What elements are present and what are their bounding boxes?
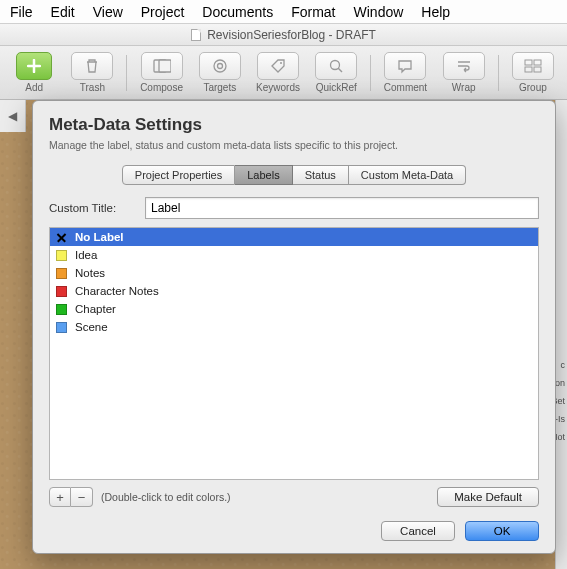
toolbar-group: Group [505, 52, 561, 93]
toolbar-label: Add [25, 82, 43, 93]
ok-button[interactable]: OK [465, 521, 539, 541]
menu-view[interactable]: View [93, 4, 123, 20]
menubar: FileEditViewProjectDocumentsFormatWindow… [0, 0, 567, 24]
labels-list[interactable]: No LabelIdeaNotesCharacter NotesChapterS… [49, 227, 539, 480]
menu-window[interactable]: Window [354, 4, 404, 20]
wrap-button[interactable] [443, 52, 485, 80]
toolbar-comment: Comment [377, 52, 433, 93]
window-title: RevisionSeriesforBlog - DRAFT [207, 28, 376, 42]
group-icon [524, 58, 542, 74]
svg-point-4 [280, 62, 282, 64]
plus-icon [27, 59, 41, 73]
wrap-icon [456, 58, 472, 74]
inspector-text: on [555, 378, 565, 388]
compose-button[interactable] [141, 52, 183, 80]
toolbar-separator [126, 55, 127, 91]
svg-rect-7 [534, 60, 541, 65]
quickref-button[interactable] [315, 52, 357, 80]
keywords-button[interactable] [257, 52, 299, 80]
svg-point-2 [214, 60, 226, 72]
targets-button[interactable] [199, 52, 241, 80]
toolbar-label: Group [519, 82, 547, 93]
toolbar-label: QuickRef [316, 82, 357, 93]
keywords-icon [270, 58, 286, 74]
document-icon [191, 29, 201, 41]
label-name: Character Notes [75, 285, 159, 297]
label-name: No Label [75, 231, 124, 243]
color-swatch [56, 304, 67, 315]
tab-project-properties[interactable]: Project Properties [122, 165, 235, 185]
toolbar-label: Compose [140, 82, 183, 93]
color-swatch [56, 250, 67, 261]
inspector-peek: conBet-IsNot [555, 100, 567, 569]
quickref-icon [328, 58, 344, 74]
custom-title-input[interactable] [145, 197, 539, 219]
dialog-subtitle: Manage the label, status and custom meta… [49, 139, 539, 151]
toolbar-trash: Trash [64, 52, 120, 93]
label-row[interactable]: Character Notes [50, 282, 538, 300]
inspector-text: c [561, 360, 566, 370]
menu-file[interactable]: File [10, 4, 33, 20]
toolbar-add: Add [6, 52, 62, 93]
menu-edit[interactable]: Edit [51, 4, 75, 20]
toolbar-targets: Targets [192, 52, 248, 93]
toolbar-quickref: QuickRef [308, 52, 364, 93]
custom-title-label: Custom Title: [49, 202, 135, 214]
toolbar-label: Wrap [452, 82, 476, 93]
menu-format[interactable]: Format [291, 4, 335, 20]
group-button[interactable] [512, 52, 554, 80]
toolbar-label: Comment [384, 82, 427, 93]
tab-custom-meta-data[interactable]: Custom Meta-Data [349, 165, 466, 185]
svg-point-3 [217, 64, 222, 69]
label-row[interactable]: Notes [50, 264, 538, 282]
toolbar-label: Keywords [256, 82, 300, 93]
dialog-tabs: Project PropertiesLabelsStatusCustom Met… [49, 165, 539, 185]
comment-icon [397, 58, 413, 74]
svg-rect-8 [525, 67, 532, 72]
label-name: Idea [75, 249, 97, 261]
color-swatch [56, 286, 67, 297]
edit-colors-hint: (Double-click to edit colors.) [101, 491, 231, 503]
svg-rect-6 [525, 60, 532, 65]
svg-rect-1 [159, 60, 171, 72]
toolbar-keywords: Keywords [250, 52, 306, 93]
toolbar: AddTrashComposeTargetsKeywordsQuickRefCo… [0, 46, 567, 100]
toolbar-compose: Compose [133, 52, 189, 93]
label-name: Scene [75, 321, 108, 333]
label-row[interactable]: Idea [50, 246, 538, 264]
add-label-button[interactable]: + [49, 487, 71, 507]
nav-back-button[interactable]: ◀ [0, 100, 26, 132]
toolbar-label: Trash [80, 82, 105, 93]
label-row[interactable]: Scene [50, 318, 538, 336]
toolbar-wrap: Wrap [436, 52, 492, 93]
menu-project[interactable]: Project [141, 4, 185, 20]
svg-rect-9 [534, 67, 541, 72]
dialog-title: Meta-Data Settings [49, 115, 539, 135]
tab-labels[interactable]: Labels [235, 165, 292, 185]
make-default-button[interactable]: Make Default [437, 487, 539, 507]
color-swatch [56, 322, 67, 333]
toolbar-separator [370, 55, 371, 91]
window-titlebar: RevisionSeriesforBlog - DRAFT [0, 24, 567, 46]
tab-status[interactable]: Status [293, 165, 349, 185]
menu-documents[interactable]: Documents [202, 4, 273, 20]
compose-icon [153, 58, 171, 74]
add-button[interactable] [16, 52, 52, 80]
label-row[interactable]: No Label [50, 228, 538, 246]
trash-button[interactable] [71, 52, 113, 80]
inspector-text: -Is [555, 414, 565, 424]
comment-button[interactable] [384, 52, 426, 80]
no-color-icon [56, 232, 67, 243]
targets-icon [212, 58, 228, 74]
menu-help[interactable]: Help [421, 4, 450, 20]
color-swatch [56, 268, 67, 279]
remove-label-button[interactable]: − [71, 487, 93, 507]
label-name: Notes [75, 267, 105, 279]
toolbar-label: Targets [203, 82, 236, 93]
trash-icon [84, 58, 100, 74]
toolbar-separator [498, 55, 499, 91]
meta-data-settings-dialog: Meta-Data Settings Manage the label, sta… [32, 100, 556, 554]
label-row[interactable]: Chapter [50, 300, 538, 318]
cancel-button[interactable]: Cancel [381, 521, 455, 541]
label-name: Chapter [75, 303, 116, 315]
